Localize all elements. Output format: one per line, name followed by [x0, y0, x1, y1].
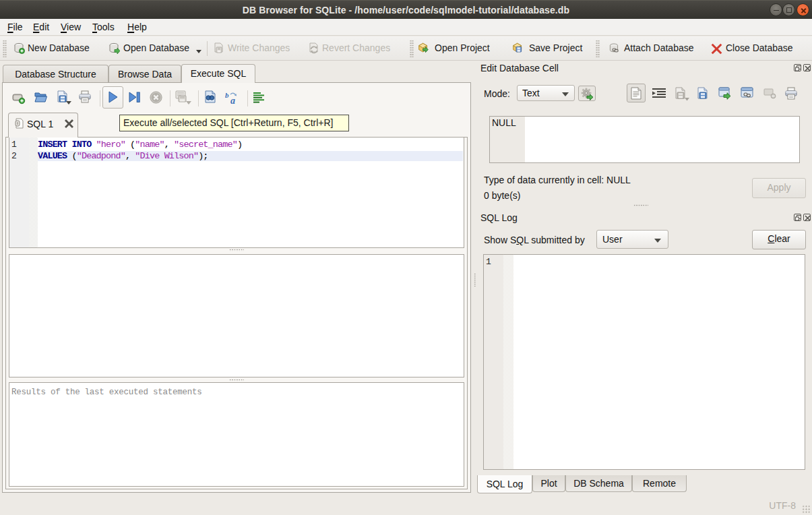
svg-text:a: a [230, 96, 235, 105]
svg-text:b: b [225, 91, 229, 99]
